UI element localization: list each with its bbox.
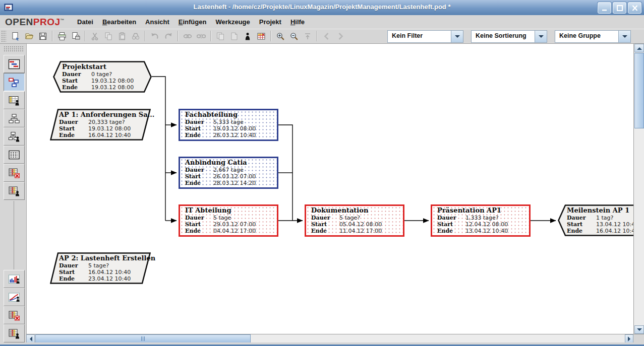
filter-combobox[interactable]: Kein Filter [387, 30, 463, 43]
field-label: Ende [62, 84, 78, 91]
open-button[interactable] [23, 30, 35, 42]
assign-resources-button[interactable] [241, 30, 254, 42]
sidebar-grip[interactable] [4, 46, 24, 52]
close-button[interactable] [628, 2, 641, 14]
field-value: 2,667 tage [213, 167, 244, 173]
undo-button[interactable] [148, 30, 161, 42]
task-node-praesentation-ap1[interactable]: Präsentation AP1 Dauer1,333 tage? Start1… [431, 204, 531, 237]
scroll-to-task-icon [303, 32, 312, 41]
network-view-button[interactable] [4, 73, 25, 91]
task-node-dokumentation[interactable]: Dokumentation Dauer5 tage? Start05.04.12… [305, 204, 404, 237]
save-button[interactable] [36, 30, 49, 42]
rbs-view-button[interactable] [4, 127, 25, 146]
print-button[interactable] [55, 30, 68, 42]
toolbar-separator [52, 31, 52, 41]
triangle-up-icon [637, 45, 642, 50]
field-value: 23.04.12 10:40 [88, 275, 131, 282]
task-information-button[interactable] [214, 30, 226, 42]
resources-view-button[interactable] [4, 91, 25, 109]
horizontal-scrollbar-thumb[interactable] [35, 334, 251, 343]
unlink-tasks-button[interactable] [195, 30, 207, 42]
group-combobox-value: Keine Gruppe [555, 31, 618, 42]
maximize-button[interactable] [613, 2, 626, 14]
cut-button[interactable] [88, 30, 101, 42]
task-usage-detail-view-button[interactable] [4, 306, 25, 324]
field-label: Ende [185, 228, 201, 234]
field-value: 5 tage? [339, 215, 360, 221]
charts-view-button[interactable] [4, 288, 25, 306]
task-table-button[interactable] [255, 30, 267, 42]
scroll-to-task-button[interactable] [301, 30, 314, 42]
group-combobox[interactable]: Keine Gruppe [555, 30, 631, 43]
field-label: Dauer [185, 167, 204, 173]
thumb-grip [141, 336, 145, 341]
field-value: 16.04.12 10:40 [88, 132, 131, 139]
zoom-in-button[interactable] [274, 30, 286, 42]
redo-button[interactable] [162, 30, 174, 42]
scroll-right-button[interactable] [625, 334, 633, 343]
task-node-anbindung-catia[interactable]: Anbindung Catia Dauer2,667 tage Start26.… [179, 157, 278, 189]
toolbar-grip[interactable] [1, 30, 6, 42]
menu-bearbeiten[interactable]: Bearbeiten [98, 16, 141, 28]
network-diagram-canvas[interactable]: Projektstart Dauer0 tage? Start19.03.12 … [26, 44, 634, 334]
filter-combobox-value: Kein Filter [388, 31, 451, 42]
menu-projekt[interactable]: Projekt [255, 16, 286, 28]
link-tasks-button[interactable] [181, 30, 194, 42]
task-node-it-abteilung[interactable]: IT Abteilung Dauer5 tage Start29.03.12 0… [179, 204, 278, 237]
triangle-left-icon [27, 336, 32, 341]
field-value: 1 tag? [596, 215, 613, 221]
new-button[interactable] [9, 30, 22, 42]
titlebar[interactable]: Lastenheft - /home/cz/Projekte/LinuxMaga… [0, 0, 644, 16]
resource-usage-detail-view-button[interactable] [4, 324, 25, 342]
field-value: 5 tage [213, 215, 231, 221]
wbs-view-button[interactable] [4, 109, 25, 127]
field-value: 28.03.12 14:20 [213, 180, 256, 186]
menu-werkzeuge[interactable]: Werkzeuge [211, 16, 254, 28]
back-button[interactable] [320, 30, 333, 42]
gantt-view-button[interactable] [4, 55, 25, 73]
task-table-icon [257, 32, 266, 41]
menu-datei[interactable]: Datei [73, 16, 98, 28]
find-button[interactable] [129, 30, 142, 42]
task-notes-button[interactable] [227, 30, 240, 42]
projects-view-button[interactable] [4, 146, 25, 164]
chevron-down-icon[interactable] [535, 31, 547, 42]
triangle-right-icon [628, 336, 633, 341]
zoom-out-button[interactable] [287, 30, 300, 42]
scroll-up-button[interactable] [634, 44, 644, 52]
copy-button[interactable] [102, 30, 114, 42]
print-preview-button[interactable] [69, 30, 82, 42]
field-value: 5,333 tage [213, 119, 244, 125]
histogram-view-button[interactable] [4, 270, 25, 288]
menu-ansicht[interactable]: Ansicht [141, 16, 174, 28]
toolbar-separator [178, 31, 178, 41]
menu-einfuegen[interactable]: Einfügen [174, 16, 211, 28]
field-label: Ende [311, 228, 327, 234]
network-diagram-icon [8, 77, 20, 88]
task-node-meilenstein-ap1[interactable]: Meilenstein AP 1 Dauer1 tag? Start13.04.… [558, 204, 634, 236]
task-node-ap1[interactable]: AP 1: Anforderungen Sa... Dauer20,333 ta… [50, 109, 151, 141]
chevron-down-icon[interactable] [618, 31, 630, 42]
task-node-fachabteilung[interactable]: Fachabteilung Dauer5,333 tage Start19.03… [179, 109, 278, 141]
view-sidebar [0, 44, 26, 343]
scroll-left-button[interactable] [26, 334, 35, 343]
menu-hilfe[interactable]: Hilfe [286, 16, 309, 28]
task-node-projektstart[interactable]: Projektstart Dauer0 tage? Start19.03.12 … [53, 61, 152, 93]
task-usage-view-button[interactable] [4, 164, 25, 182]
forward-button[interactable] [334, 30, 346, 42]
undo-icon [150, 32, 159, 41]
open-folder-icon [25, 32, 34, 41]
node-title: Projektstart [62, 63, 106, 71]
sort-combobox[interactable]: Keine Sortierung [471, 30, 547, 43]
task-node-ap2[interactable]: AP 2: Lastenheft Erstellen Dauer5 tage? … [50, 252, 151, 284]
vertical-scrollbar[interactable] [633, 44, 644, 334]
paste-button[interactable] [115, 30, 128, 42]
minimize-icon [601, 5, 609, 12]
field-value: 26.03.12 07:00 [213, 173, 256, 180]
scroll-down-button[interactable] [634, 325, 644, 334]
chevron-down-icon[interactable] [451, 31, 463, 42]
vertical-scrollbar-thumb[interactable] [634, 53, 644, 128]
resource-usage-view-button[interactable] [4, 182, 25, 200]
minimize-button[interactable] [598, 2, 611, 14]
window-title: Lastenheft - /home/cz/Projekte/LinuxMaga… [0, 3, 644, 11]
